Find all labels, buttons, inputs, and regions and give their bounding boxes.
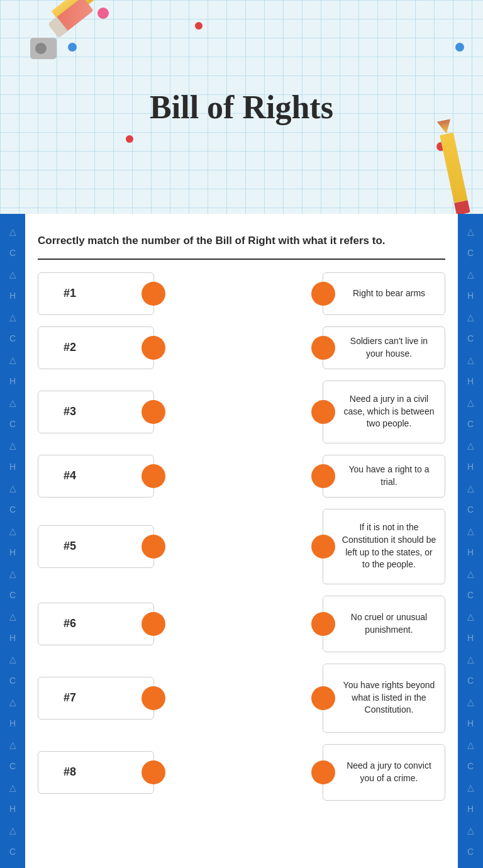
desc-text-6: No cruel or unusual punishment. [341,611,437,636]
desc-text-5: If it is not in the Constitution it shou… [341,521,437,570]
connector-dot-4-left[interactable] [142,464,165,488]
connector-dot-8-right[interactable] [311,760,335,784]
number-card-1[interactable]: #1 [38,272,154,315]
desc-card-3[interactable]: Need a jury in a civil case, which is be… [323,381,445,443]
connector-dot-4-right[interactable] [311,464,335,488]
math-symbol: H [467,633,474,643]
connector-line-7 [160,698,316,699]
math-symbol: △ [467,611,474,621]
math-symbol: C [467,761,474,771]
math-symbol: H [9,633,16,643]
desc-text-8: Need a jury to convict you of a crime. [341,760,437,784]
math-symbol: C [9,847,16,857]
math-symbol: C [9,419,16,429]
match-row: #7 You have rights beyond what is listed… [38,664,445,733]
desc-card-4[interactable]: You have a right to a trial. [323,455,445,498]
math-symbol: C [467,590,474,600]
number-label-6: #6 [64,617,76,630]
left-sidebar: △ C △ H △ C △ H △ C △ H △ C △ H △ C △ H … [0,214,25,868]
math-symbol: △ [9,483,16,493]
desc-card-5[interactable]: If it is not in the Constitution it shou… [323,509,445,584]
math-symbol: H [9,547,16,557]
math-symbol: H [467,547,474,557]
number-label-2: #2 [64,341,76,354]
desc-text-3: Need a jury in a civil case, which is be… [341,393,437,430]
math-symbol: △ [467,740,474,750]
math-symbol: △ [467,226,474,236]
connector-dot-8-left[interactable] [142,760,165,784]
desc-card-7[interactable]: You have rights beyond what is listed in… [323,664,445,733]
instruction-text: Correctly match the number of the Bill o… [38,233,445,260]
math-symbol: △ [467,569,474,579]
connector-dot-3-left[interactable] [142,400,165,424]
connector-dot-7-right[interactable] [311,686,335,710]
math-symbol: H [467,718,474,728]
math-symbol: C [467,248,474,258]
math-symbol: C [9,504,16,515]
match-row: #1 Right to bear arms [38,272,445,315]
number-label-1: #1 [64,287,76,300]
math-symbol: H [467,462,474,472]
number-card-8[interactable]: #8 [38,751,154,794]
math-symbol: △ [9,355,16,365]
match-row: #6 No cruel or unusual punishment. [38,596,445,652]
connector-dot-1-left[interactable] [142,282,165,306]
connector-dot-6-left[interactable] [142,612,165,636]
math-symbol: △ [9,269,16,279]
number-card-3[interactable]: #3 [38,391,154,433]
connector-dot-5-left[interactable] [142,535,165,559]
number-label-5: #5 [64,540,76,553]
math-symbol: △ [9,782,16,793]
math-symbol: △ [467,782,474,793]
math-symbol: △ [9,825,16,835]
math-symbol: H [467,804,474,814]
dot-decoration [126,135,133,143]
math-symbol: △ [9,654,16,664]
number-card-4[interactable]: #4 [38,455,154,498]
math-symbol: H [9,291,16,301]
dot-decoration [455,43,464,52]
math-symbol: H [467,291,474,301]
desc-card-2[interactable]: Soldiers can't live in your house. [323,326,445,369]
math-symbol: H [9,804,16,814]
math-symbol: △ [9,611,16,621]
connector-dot-2-right[interactable] [311,336,335,360]
number-card-2[interactable]: #2 [38,326,154,369]
connector-line-3 [160,411,316,413]
number-card-6[interactable]: #6 [38,603,154,645]
math-symbol: C [9,248,16,258]
math-symbol: △ [467,526,474,536]
math-symbol: C [9,590,16,600]
math-symbol: △ [9,740,16,750]
math-symbol: △ [9,226,16,236]
match-row: #2 Soldiers can't live in your house. [38,326,445,369]
math-symbol: △ [467,440,474,450]
connector-dot-1-right[interactable] [311,282,335,306]
connector-dot-6-right[interactable] [311,612,335,636]
right-sidebar: △ C △ H △ C △ H △ C △ H △ C △ H △ C △ H … [458,214,483,868]
math-symbol: △ [467,654,474,664]
desc-card-6[interactable]: No cruel or unusual punishment. [323,596,445,652]
match-row: #8 Need a jury to convict you of a crime… [38,744,445,801]
number-card-7[interactable]: #7 [38,677,154,720]
header-section: Bill of Rights [0,0,483,214]
math-symbol: △ [467,697,474,707]
math-symbol: △ [467,398,474,408]
math-symbol: H [9,376,16,386]
number-label-3: #3 [64,405,76,418]
number-card-5[interactable]: #5 [38,525,154,568]
connector-line-5 [160,546,316,547]
connector-dot-7-left[interactable] [142,686,165,710]
desc-text-1: Right to bear arms [341,287,437,300]
match-row: #3 Need a jury in a civil case, which is… [38,381,445,443]
connector-line-8 [160,772,316,773]
number-label-7: #7 [64,691,76,704]
connector-dot-2-left[interactable] [142,336,165,360]
math-symbol: △ [9,312,16,322]
connector-line-1 [160,293,316,294]
desc-card-1[interactable]: Right to bear arms [323,272,445,315]
page-title: Bill of Rights [150,89,333,126]
connector-dot-3-right[interactable] [311,400,335,424]
desc-card-8[interactable]: Need a jury to convict you of a crime. [323,744,445,801]
connector-dot-5-right[interactable] [311,535,335,559]
